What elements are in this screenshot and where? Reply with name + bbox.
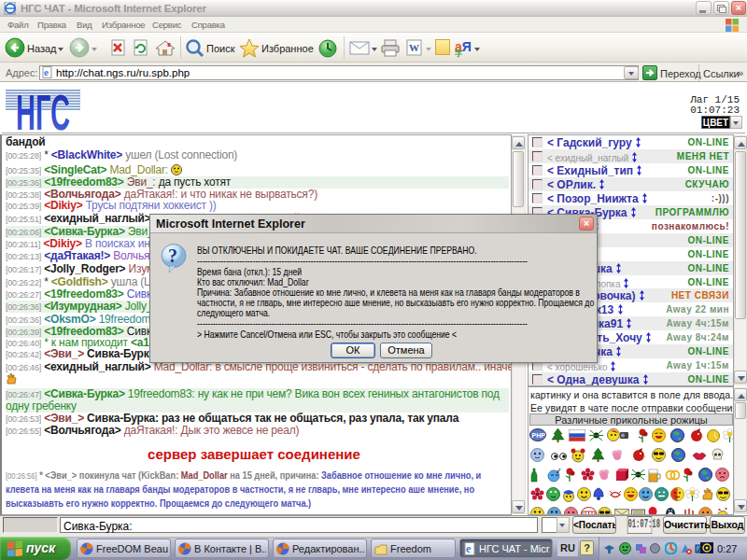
svg-text:?: ?	[168, 245, 177, 266]
svg-text:z: z	[558, 468, 561, 472]
svg-text:PHP: PHP	[532, 432, 546, 439]
svg-text:W: W	[409, 42, 419, 53]
svg-text:e: e	[466, 542, 472, 555]
svg-text:НГС: НГС	[16, 86, 70, 133]
svg-text:e: e	[44, 66, 49, 77]
